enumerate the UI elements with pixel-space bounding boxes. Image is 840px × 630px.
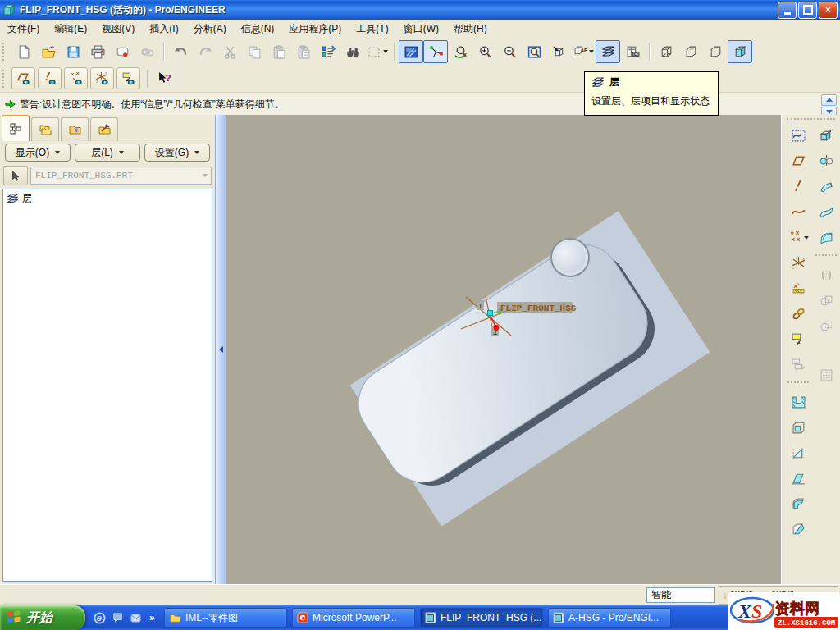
datum-axis-display-button[interactable] bbox=[38, 67, 62, 89]
tab-folder-browser[interactable] bbox=[31, 117, 59, 141]
task-iml-folder[interactable]: IML--零件图 bbox=[164, 608, 287, 628]
hidden-line-button[interactable] bbox=[678, 40, 703, 63]
task-flip-front-hsg[interactable]: FLIP_FRONT_HSG (... bbox=[420, 608, 543, 628]
point-display-button[interactable]: ××× bbox=[64, 67, 88, 89]
layers-button[interactable] bbox=[596, 40, 620, 63]
menu-item-applications[interactable]: 应用程序(P) bbox=[281, 21, 349, 38]
menu-item-analysis[interactable]: 分析(A) bbox=[186, 21, 234, 38]
chamfer-tool-button[interactable] bbox=[786, 518, 810, 541]
select-filter-button[interactable] bbox=[365, 40, 390, 63]
boundary-blend-tool-button[interactable] bbox=[814, 226, 838, 249]
messenger-icon[interactable] bbox=[112, 612, 124, 624]
menu-item-info[interactable]: 信息(N) bbox=[234, 21, 282, 38]
layer-tree-root-item[interactable]: 层 bbox=[3, 189, 212, 206]
style-tool-button[interactable] bbox=[786, 125, 810, 147]
zoom-out-button[interactable] bbox=[497, 40, 522, 63]
panel-splitter[interactable] bbox=[216, 115, 226, 584]
settings-menu-button[interactable]: 设置(G) bbox=[144, 144, 210, 162]
menu-item-view[interactable]: 视图(V) bbox=[94, 21, 142, 38]
selection-filter-combo[interactable]: 智能 bbox=[646, 587, 715, 603]
view-names-button[interactable]: AB bbox=[571, 40, 596, 63]
datum-axis-button[interactable] bbox=[786, 176, 810, 198]
menu-item-window[interactable]: 窗口(W) bbox=[396, 21, 446, 38]
refit-button[interactable] bbox=[522, 40, 546, 63]
model-selector-combo[interactable]: FLIP_FRONT_HSG.PRT bbox=[30, 167, 212, 185]
merge-tool-button[interactable] bbox=[814, 290, 838, 312]
draft-tool-button[interactable] bbox=[786, 468, 810, 490]
menu-item-edit[interactable]: 编辑(E) bbox=[47, 21, 94, 38]
round-tool-button[interactable] bbox=[786, 493, 810, 515]
graphics-viewport[interactable]: T 1 FLIP_FRONT_HSG bbox=[226, 115, 781, 584]
datum-curve-button[interactable] bbox=[786, 201, 810, 223]
start-button[interactable]: 开始 bbox=[0, 605, 85, 630]
context-help-button[interactable]: ? bbox=[152, 67, 176, 90]
undo-button[interactable] bbox=[168, 40, 193, 63]
internet-explorer-icon[interactable]: e bbox=[94, 612, 106, 624]
sketch-tool-button[interactable]: ×` bbox=[786, 277, 810, 299]
paste-button[interactable] bbox=[267, 40, 291, 63]
datum-point-button[interactable]: ×××× bbox=[786, 226, 810, 249]
zoom-in-button[interactable] bbox=[472, 40, 497, 63]
annotation-button[interactable] bbox=[786, 328, 810, 350]
spin-center-button[interactable] bbox=[423, 40, 448, 63]
copy-geometry-button[interactable] bbox=[786, 303, 810, 325]
repaint-button[interactable] bbox=[399, 40, 423, 63]
tab-model-tree[interactable] bbox=[2, 115, 30, 141]
link-button[interactable] bbox=[135, 40, 159, 63]
trim-tool-button[interactable] bbox=[814, 315, 838, 337]
datum-csys-button[interactable]: xz bbox=[786, 252, 810, 274]
paste-special-button[interactable] bbox=[291, 40, 316, 63]
quick-launch-overflow-chevron[interactable]: » bbox=[149, 612, 155, 623]
layer-menu-button[interactable]: 层(L) bbox=[75, 144, 140, 162]
datum-plane-display-button[interactable] bbox=[11, 67, 35, 89]
minimize-button[interactable] bbox=[778, 2, 797, 19]
pattern-tool-button[interactable] bbox=[814, 364, 838, 386]
cut-button[interactable] bbox=[217, 40, 242, 63]
menu-item-insert[interactable]: 插入(I) bbox=[142, 21, 185, 38]
wireframe-button[interactable] bbox=[654, 40, 678, 63]
hole-tool-button[interactable] bbox=[786, 391, 810, 413]
menu-item-file[interactable]: 文件(F) bbox=[0, 21, 47, 38]
restore-button[interactable] bbox=[798, 2, 817, 19]
csys-display-button[interactable]: xz bbox=[90, 67, 114, 89]
task-powerpoint[interactable]: Microsoft PowerP... bbox=[292, 608, 415, 628]
datum-plane-button[interactable] bbox=[786, 150, 810, 172]
menu-item-help[interactable]: 帮助(H) bbox=[446, 21, 495, 38]
sweep-tool-button[interactable] bbox=[814, 176, 838, 198]
redo-button[interactable] bbox=[193, 40, 217, 63]
collapse-panel-icon[interactable] bbox=[219, 346, 223, 353]
combo-dropdown-icon[interactable] bbox=[198, 168, 211, 183]
select-arrow-button[interactable] bbox=[3, 166, 28, 185]
send-email-button[interactable] bbox=[110, 40, 135, 63]
print-button[interactable] bbox=[85, 40, 110, 63]
mirror-tool-button[interactable] bbox=[814, 264, 838, 286]
view-manager-button[interactable] bbox=[620, 40, 645, 63]
scroll-up-button[interactable] bbox=[821, 94, 837, 106]
toolbar-grip[interactable] bbox=[787, 118, 835, 123]
layer-tree[interactable]: 层 bbox=[2, 189, 212, 582]
toolbar-grip[interactable] bbox=[2, 43, 7, 61]
model-lens-boss[interactable] bbox=[550, 238, 590, 277]
swept-blend-tool-button[interactable] bbox=[814, 201, 838, 223]
task-a-hsg[interactable]: A-HSG - Pro/ENGI... bbox=[548, 608, 671, 628]
outlook-icon[interactable] bbox=[130, 612, 142, 624]
tab-connections[interactable] bbox=[90, 117, 118, 141]
show-menu-button[interactable]: 显示(O) bbox=[5, 144, 71, 162]
open-file-button[interactable] bbox=[36, 40, 61, 63]
revolve-tool-button[interactable] bbox=[814, 150, 838, 172]
save-button[interactable] bbox=[61, 40, 85, 63]
shaded-button[interactable] bbox=[728, 40, 752, 63]
shell-tool-button[interactable] bbox=[786, 417, 810, 439]
rib-tool-button[interactable] bbox=[786, 442, 810, 464]
regenerate-button[interactable] bbox=[316, 40, 340, 63]
copy-button[interactable] bbox=[242, 40, 267, 63]
toolbar-grip[interactable] bbox=[2, 70, 7, 88]
annotation-display-button[interactable] bbox=[116, 67, 140, 89]
orient-mode-button[interactable] bbox=[448, 40, 472, 63]
saved-views-button[interactable] bbox=[546, 40, 571, 63]
close-button[interactable]: × bbox=[819, 2, 838, 19]
tab-favorites[interactable]: ✳ bbox=[61, 117, 89, 141]
find-button[interactable] bbox=[340, 40, 365, 63]
extrude-tool-button[interactable] bbox=[814, 125, 838, 147]
no-hidden-button[interactable] bbox=[703, 40, 728, 63]
